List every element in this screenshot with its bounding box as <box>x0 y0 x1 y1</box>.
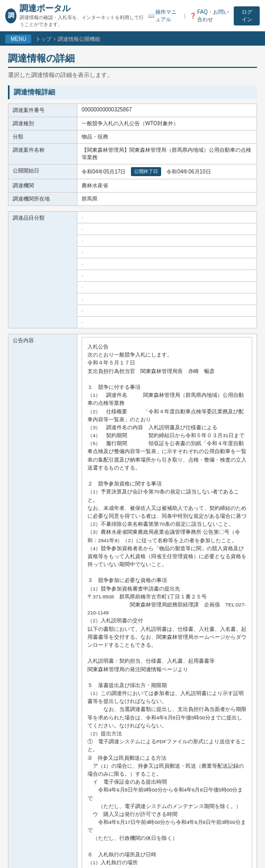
main-content: 調達情報の詳細 選択した調達情報の詳細を表示します。 調達情報詳細 調達案件番号… <box>0 46 265 868</box>
notice-table: 公告内容 入札公告 次のとおり一般競争入札にします。 令和４年５月１７日 支出負… <box>8 334 257 868</box>
page-desc: 選択した調達情報の詳細を表示します。 <box>8 71 257 79</box>
page-title: 調達情報の詳細 <box>8 52 257 68</box>
end-date-badge: 公開終了日 <box>131 167 161 176</box>
detail-table: 調達案件番号 00000000000325867 調達種別 一般競争入札の入札公… <box>8 103 257 206</box>
logo-icon: 調 <box>5 8 16 23</box>
table-row: 調達案件名称 【関東森林管理局】関東森林管理局（群馬県内地域）公用自動車の点検等… <box>8 144 257 164</box>
table-row-notice: 公告内容 入札公告 次のとおり一般競争入札にします。 令和４年５月１７日 支出負… <box>8 334 257 869</box>
table-row: 分類 物品・役務 <box>8 131 257 144</box>
breadcrumb-current: 調達情報公開機能 <box>58 36 100 43</box>
table-row: 調達機関 農林水産省 <box>8 179 257 193</box>
site-tagline: 調達情報の確認・入札等を、インターネットを利用して行うことができます。 <box>20 14 147 28</box>
category-table: 調達品目分類 - - - - - - - - - - <box>8 211 257 328</box>
breadcrumb: トップ › 調達情報公開機能 <box>36 36 100 43</box>
site-header: 調 調達ポータル 調達情報の確認・入札等を、インターネットを利用して行うことがで… <box>0 0 265 32</box>
breadcrumb-top[interactable]: トップ <box>36 36 51 43</box>
manual-link[interactable]: 操作マニュアル <box>148 8 180 23</box>
login-button[interactable]: ログイン <box>234 6 260 25</box>
title-group: 調達ポータル 調達情報の確認・入札等を、インターネットを利用して行うことができま… <box>20 3 147 28</box>
table-row: 調達種別 一般競争入札の入札公告（WTO対象外） <box>8 117 257 131</box>
table-row: 調達機関所在地 群馬県 <box>8 193 257 206</box>
notice-content: 入札公告 次のとおり一般競争入札にします。 令和４年５月１７日 支出負担行為担当… <box>82 337 252 868</box>
section-title: 調達情報詳細 <box>8 85 257 99</box>
table-row: 調達品目分類 - <box>8 212 257 223</box>
table-row: 調達案件番号 00000000000325867 <box>8 104 257 117</box>
logo-group: 調 調達ポータル 調達情報の確認・入札等を、インターネットを利用して行うことがで… <box>5 3 148 28</box>
nav-bar: MENU トップ › 調達情報公開機能 <box>0 32 265 46</box>
header-right: 操作マニュアル | FAQ・お問い合わせ ログイン <box>148 6 260 25</box>
menu-button[interactable]: MENU <box>5 34 31 44</box>
site-name: 調達ポータル <box>20 3 147 14</box>
faq-link[interactable]: FAQ・お問い合わせ <box>190 8 229 23</box>
table-row-dates: 公開開始日 令和04年05月17日 公開終了日 令和04年06月10日 <box>8 164 257 179</box>
